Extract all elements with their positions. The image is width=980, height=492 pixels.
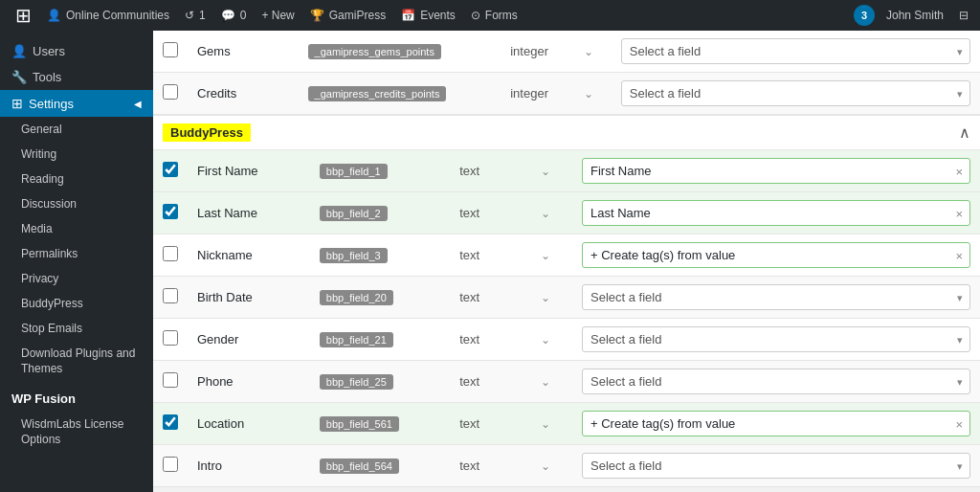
field-tag-cell: bbp_field_2	[310, 192, 450, 235]
field-select-wrap: Select a field▾	[582, 369, 970, 394]
sidebar-download-plugins-label: Download Plugins and Themes	[21, 347, 142, 376]
main-content: Gems_gamipress_gems_pointsinteger⌄Select…	[153, 31, 980, 492]
buddypress-fields-table: First Namebbp_field_1text⌄First Name×Las…	[153, 150, 980, 487]
field-select-location[interactable]: + Create tag(s) from value	[582, 411, 970, 436]
field-type-chevron[interactable]: ⌄	[531, 277, 572, 319]
field-clear-button-last-name[interactable]: ×	[955, 206, 963, 220]
field-type-chevron[interactable]: ⌄	[531, 192, 572, 235]
field-select-first-name[interactable]: First Name	[582, 158, 970, 184]
site-name-button[interactable]: 👤 Online Communities	[39, 0, 177, 31]
user-name-button[interactable]: John Smith	[879, 0, 951, 31]
sidebar-privacy-label: Privacy	[21, 272, 58, 285]
field-checkbox-birth-date[interactable]	[163, 288, 178, 303]
field-checkbox-last-name[interactable]	[163, 204, 178, 219]
sidebar-item-users[interactable]: 👤 Users	[0, 38, 153, 64]
field-checkbox-first-name[interactable]	[163, 162, 178, 177]
field-checkbox-gems[interactable]	[163, 42, 178, 57]
field-type-chevron[interactable]: ⌄	[574, 31, 612, 73]
sidebar-item-wp-fusion[interactable]: WP Fusion	[0, 386, 153, 412]
table-row: Introbbp_field_564text⌄Select a field▾	[153, 445, 980, 487]
field-clear-button-nickname[interactable]: ×	[955, 248, 963, 262]
sidebar-item-tools[interactable]: 🔧 Tools	[0, 64, 153, 90]
table-row: Birth Datebbp_field_20text⌄Select a fiel…	[153, 277, 980, 319]
field-name-cell: Birth Date	[188, 277, 310, 319]
field-select-gender[interactable]: Select a field	[582, 326, 970, 352]
field-select-phone[interactable]: Select a field	[582, 369, 970, 394]
field-type-cell: text	[450, 361, 531, 403]
field-select-credits[interactable]: Select a field	[621, 80, 970, 106]
field-select-wrap: + Create tag(s) from value×	[582, 242, 970, 268]
field-tag-cell: bbp_field_20	[310, 277, 450, 319]
field-type-cell: text	[450, 277, 531, 319]
top-fields-section: Gems_gamipress_gems_pointsinteger⌄Select…	[153, 31, 980, 116]
field-checkbox-nickname[interactable]	[163, 246, 178, 261]
field-name-cell: Phone	[188, 361, 310, 403]
sidebar-item-stop-emails[interactable]: Stop Emails	[0, 316, 153, 341]
updates-button[interactable]: ↺ 1	[177, 0, 213, 31]
field-type-chevron[interactable]: ⌄	[531, 150, 572, 192]
field-name-cell: Intro	[188, 445, 310, 487]
users-icon: 👤	[11, 44, 27, 58]
table-row: Last Namebbp_field_2text⌄Last Name×	[153, 192, 980, 235]
field-tag-cell: _gamipress_credits_points	[299, 73, 501, 115]
sidebar-item-discussion[interactable]: Discussion	[0, 191, 153, 216]
events-button[interactable]: 📅 Events	[393, 0, 463, 31]
sidebar-item-privacy[interactable]: Privacy	[0, 266, 153, 291]
field-select-cell: + Create tag(s) from value×	[572, 403, 980, 445]
field-type-chevron[interactable]: ⌄	[574, 73, 612, 115]
field-checkbox-gender[interactable]	[163, 330, 178, 346]
field-checkbox-intro[interactable]	[163, 457, 178, 472]
field-type-chevron[interactable]: ⌄	[531, 235, 572, 277]
sidebar-item-settings[interactable]: ⊞ Settings ◀	[0, 90, 153, 117]
sidebar-item-reading[interactable]: Reading	[0, 167, 153, 191]
sidebar-item-general[interactable]: General	[0, 117, 153, 142]
field-type-chevron[interactable]: ⌄	[531, 445, 572, 487]
sidebar-item-download-plugins[interactable]: Download Plugins and Themes	[0, 341, 153, 382]
field-type-cell: text	[450, 192, 531, 235]
updates-count: 1	[199, 9, 206, 22]
field-select-last-name[interactable]: Last Name	[582, 200, 970, 226]
field-type-chevron[interactable]: ⌄	[531, 319, 572, 361]
field-clear-button-location[interactable]: ×	[955, 416, 963, 431]
forms-button[interactable]: ⊙ Forms	[463, 0, 525, 31]
field-name-cell: Credits	[188, 73, 299, 115]
sidebar-item-permalinks[interactable]: Permalinks	[0, 241, 153, 266]
field-select-intro[interactable]: Select a field	[582, 453, 970, 479]
sidebar-item-media[interactable]: Media	[0, 216, 153, 241]
field-select-cell: Select a field▾	[612, 31, 980, 73]
forms-label: Forms	[485, 9, 518, 22]
field-checkbox-phone[interactable]	[163, 372, 178, 388]
user-menu-button[interactable]: ⊟	[955, 0, 972, 31]
table-row: First Namebbp_field_1text⌄First Name×	[153, 150, 980, 192]
sidebar-permalinks-label: Permalinks	[21, 247, 78, 260]
tools-icon: 🔧	[11, 70, 27, 84]
sidebar-item-buddypress[interactable]: BuddyPress	[0, 291, 153, 316]
gamipress-button[interactable]: 🏆 GamiPress	[302, 0, 393, 31]
field-type-cell: integer	[501, 73, 574, 115]
wp-logo-button[interactable]: ⊞	[8, 0, 39, 31]
field-tag-badge: bbp_field_564	[320, 458, 399, 474]
sidebar-item-writing[interactable]: Writing	[0, 142, 153, 167]
sidebar-general-label: General	[21, 123, 62, 136]
field-name-cell: Location	[188, 403, 310, 445]
field-type-cell: text	[450, 235, 531, 277]
table-row: Phonebbp_field_25text⌄Select a field▾	[153, 361, 980, 403]
buddypress-section-header: BuddyPress ∧	[153, 116, 980, 150]
new-button[interactable]: + New	[254, 0, 301, 31]
sidebar-item-wisdmlabs[interactable]: WisdmLabs License Options	[0, 412, 153, 453]
buddypress-collapse-button[interactable]: ∧	[959, 123, 970, 142]
field-select-gems[interactable]: Select a field	[621, 38, 970, 64]
field-tag-cell: bbp_field_3	[310, 235, 450, 277]
field-checkbox-location[interactable]	[163, 414, 178, 430]
field-type-chevron[interactable]: ⌄	[531, 361, 572, 403]
wp-icon: ⊞	[15, 4, 32, 27]
field-select-nickname[interactable]: + Create tag(s) from value	[582, 242, 970, 268]
field-checkbox-credits[interactable]	[163, 84, 178, 100]
field-clear-button-first-name[interactable]: ×	[955, 164, 963, 178]
sidebar-wisdmlabs-label: WisdmLabs License Options	[21, 417, 142, 447]
sidebar-media-label: Media	[21, 222, 53, 235]
comments-button[interactable]: 💬 0	[213, 0, 255, 31]
field-type-chevron[interactable]: ⌄	[531, 403, 572, 445]
field-tag-badge: bbp_field_2	[320, 206, 388, 221]
field-select-birth-date[interactable]: Select a field	[582, 284, 970, 310]
